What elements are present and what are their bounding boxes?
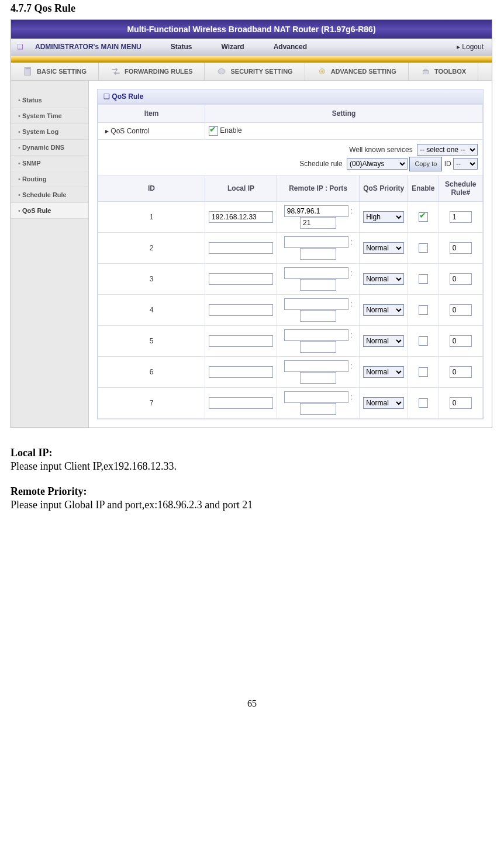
tab-forwarding-rules[interactable]: FORWARDING RULES [99,63,205,80]
remote-ip-input[interactable] [284,329,348,341]
remote-port-input[interactable] [300,403,336,415]
priority-select[interactable]: Normal [363,304,404,316]
row-enable-checkbox[interactable] [419,274,428,284]
row-enable-checkbox[interactable] [419,336,428,346]
hdr-remote-ip-ports: Remote IP : Ports [277,175,360,201]
table-row: 7 : Normal [98,387,483,418]
services-select[interactable]: -- select one -- [417,144,478,156]
services-label: Well known services [349,146,412,154]
qos-enable-checkbox[interactable] [209,126,218,136]
remote-port-input[interactable] [300,372,336,384]
schedule-rule-label: Schedule rule [299,160,342,168]
id-label: ID [444,160,451,168]
row-id: 4 [98,294,205,325]
svg-rect-5 [423,71,428,74]
card-title: QoS Rule [98,89,483,104]
remote-port-input[interactable] [300,341,336,353]
copy-to-button[interactable]: Copy to [409,157,442,171]
hdr-schedule-rule: Schedule Rule# [439,175,482,201]
tab-toolbox[interactable]: TOOLBOX [409,63,478,80]
sidebar-item-schedule-rule[interactable]: Schedule Rule [11,187,88,203]
gear-icon [317,66,327,77]
local-ip-input[interactable] [209,211,273,223]
col-setting: Setting [205,105,483,123]
remote-ip-input[interactable] [284,267,348,279]
router-screenshot: Multi-Functional Wireless Broadband NAT … [11,19,492,428]
sidebar-item-system-time[interactable]: System Time [11,108,88,124]
sidebar-item-snmp[interactable]: SNMP [11,156,88,171]
sidebar-item-dynamic-dns[interactable]: Dynamic DNS [11,140,88,156]
hdr-id: ID [98,175,205,201]
priority-select[interactable]: Normal [363,273,404,285]
local-ip-input[interactable] [209,397,273,409]
remote-port-input[interactable] [300,217,336,229]
row-enable-checkbox[interactable] [419,305,428,315]
schedule-rule-input[interactable] [450,273,472,285]
menu-advanced[interactable]: Advanced [274,43,307,51]
qos-control-label: ▸ QoS Control [98,123,205,140]
page-number: 65 [11,698,493,709]
local-ip-input[interactable] [209,366,273,378]
tab-label: TOOLBOX [434,68,466,75]
remote-ip-input[interactable] [284,360,348,372]
tab-basic-setting[interactable]: BASIC SETTING [11,63,99,80]
menu-status[interactable]: Status [171,43,192,51]
tab-label: ADVANCED SETTING [331,68,396,75]
row-id: 5 [98,325,205,356]
schedule-rule-input[interactable] [450,335,472,347]
hdr-local-ip: Local IP [205,175,277,201]
row-enable-checkbox[interactable] [419,398,428,408]
schedule-rule-input[interactable] [450,242,472,254]
tab-advanced-setting[interactable]: ADVANCED SETTING [305,63,409,80]
priority-select[interactable]: Normal [363,366,404,378]
table-row: 6 : Normal [98,356,483,387]
row-enable-checkbox[interactable] [419,212,428,222]
local-ip-input[interactable] [209,242,273,254]
main-menu-title: ADMINISTRATOR's MAIN MENU [35,43,141,51]
remote-priority-text: Please input Global IP and port,ex:168.9… [11,499,493,511]
page-icon [23,66,33,77]
priority-select[interactable]: High [363,211,404,223]
sidebar-item-status[interactable]: Status [11,92,88,108]
remote-ip-input[interactable] [284,298,348,310]
local-ip-input[interactable] [209,335,273,347]
priority-select[interactable]: Normal [363,397,404,409]
schedule-rule-input[interactable] [450,304,472,316]
sidebar-item-routing[interactable]: Routing [11,171,88,187]
tab-label: FORWARDING RULES [125,68,193,75]
hdr-qos-priority: QoS Priority [360,175,408,201]
priority-select[interactable]: Normal [363,335,404,347]
priority-select[interactable]: Normal [363,242,404,254]
remote-port-input[interactable] [300,310,336,322]
sidebar-item-qos-rule[interactable]: QoS Rule [11,203,88,219]
shield-icon [216,66,227,77]
remote-priority-heading: Remote Priority: [11,485,493,498]
local-ip-input[interactable] [209,304,273,316]
row-enable-checkbox[interactable] [419,367,428,377]
local-ip-text: Please input Client IP,ex192.168.12.33. [11,460,493,473]
svg-point-2 [218,69,225,74]
row-enable-checkbox[interactable] [419,243,428,253]
tabs-bar: BASIC SETTING FORWARDING RULES SECURITY … [11,63,492,81]
table-row: 2 : Normal [98,232,483,263]
id-select[interactable]: -- [453,158,478,170]
remote-port-input[interactable] [300,248,336,260]
table-row: 1 : High [98,201,483,232]
menu-wizard[interactable]: Wizard [221,43,244,51]
schedule-rule-select[interactable]: (00)Always [347,158,408,170]
schedule-rule-input[interactable] [450,366,472,378]
local-ip-input[interactable] [209,273,273,285]
tab-security-setting[interactable]: SECURITY SETTING [205,63,305,80]
remote-ip-input[interactable] [284,236,348,248]
schedule-rule-input[interactable] [450,397,472,409]
tools-icon [420,66,431,77]
enable-label: Enable [220,126,241,135]
table-row: 3 : Normal [98,263,483,294]
sidebar-item-system-log[interactable]: System Log [11,124,88,140]
schedule-rule-input[interactable] [450,211,472,223]
remote-ip-input[interactable] [284,391,348,403]
remote-port-input[interactable] [300,279,336,291]
main-menu-bar: ❏ ADMINISTRATOR's MAIN MENU Status Wizar… [11,39,492,56]
menu-logout[interactable]: ▸ Logout [457,43,484,51]
remote-ip-input[interactable] [284,205,348,217]
